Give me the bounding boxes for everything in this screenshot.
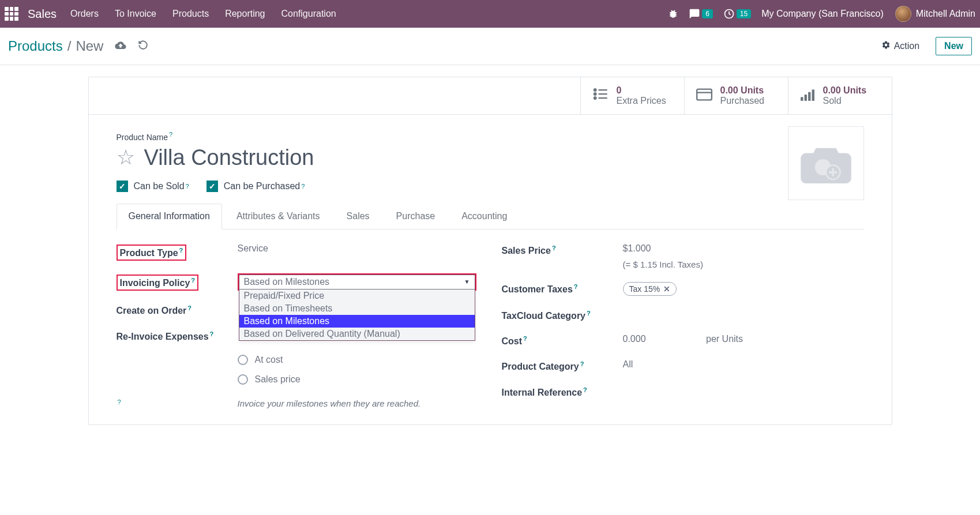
form-card: 0 Extra Prices 0.00 Units Purchased 0.	[88, 77, 892, 425]
help-icon[interactable]: ?	[169, 131, 172, 138]
tax-tag-label: Tax 15%	[629, 284, 660, 294]
taxcloud-category-label: TaxCloud Category	[502, 311, 586, 321]
tab-general-information[interactable]: General Information	[117, 204, 222, 230]
help-icon[interactable]: ?	[587, 310, 591, 317]
sales-price-value[interactable]: $1.000	[623, 243, 864, 254]
radio-at-cost[interactable]: At cost	[238, 355, 479, 365]
right-column: Sales Price? $1.000 (= $ 1.15 Incl. Taxe…	[502, 243, 864, 411]
can-be-sold-label: Can be Sold	[134, 181, 185, 191]
stat-label: Extra Prices	[617, 96, 666, 106]
action-menu[interactable]: Action	[881, 40, 919, 52]
help-icon[interactable]: ?	[191, 277, 195, 284]
stat-value: 0.00 Units	[823, 85, 867, 96]
can-be-sold-checkbox[interactable]: ✓ Can be Sold?	[117, 181, 189, 192]
cost-value[interactable]: 0.000	[623, 334, 646, 344]
breadcrumb-bar: Products / New Action New	[0, 28, 980, 65]
internal-reference-label: Internal Reference	[502, 388, 583, 397]
cost-unit: per Units	[706, 334, 743, 344]
discard-icon[interactable]	[138, 40, 148, 53]
sales-price-incl-taxes: (= $ 1.15 Incl. Taxes)	[623, 260, 864, 269]
stat-buttons: 0 Extra Prices 0.00 Units Purchased 0.	[89, 77, 892, 115]
nav-orders[interactable]: Orders	[70, 9, 99, 19]
tax-remove-icon[interactable]: ✕	[663, 284, 670, 294]
nav-to-invoice[interactable]: To Invoice	[115, 9, 156, 19]
svg-rect-7	[697, 89, 712, 100]
favorite-star-icon[interactable]: ☆	[117, 145, 135, 170]
tab-sales[interactable]: Sales	[335, 204, 382, 229]
stat-purchased[interactable]: 0.00 Units Purchased	[684, 77, 788, 114]
invoicing-policy-select[interactable]: Based on Milestones ▼	[239, 275, 475, 290]
nav-reporting[interactable]: Reporting	[225, 9, 265, 19]
tab-purchase[interactable]: Purchase	[384, 204, 448, 229]
new-button[interactable]: New	[936, 37, 972, 55]
product-category-label: Product Category	[502, 362, 579, 372]
stat-label: Sold	[823, 96, 867, 106]
gear-icon	[881, 40, 891, 52]
save-cloud-icon[interactable]	[115, 40, 126, 53]
help-icon[interactable]: ?	[574, 283, 578, 290]
help-icon[interactable]: ?	[523, 335, 527, 342]
svg-rect-10	[804, 95, 806, 101]
product-category-value[interactable]: All	[623, 359, 864, 370]
activities-icon[interactable]: 15	[723, 8, 751, 20]
debug-icon[interactable]	[668, 9, 678, 19]
tab-attributes-variants[interactable]: Attributes & Variants	[224, 204, 332, 229]
help-icon[interactable]: ?	[186, 183, 189, 190]
messaging-icon[interactable]: 6	[689, 8, 713, 20]
sales-price-label: Sales Price	[502, 246, 551, 255]
apps-menu-icon[interactable]	[5, 7, 18, 21]
help-icon[interactable]: ?	[210, 330, 214, 337]
breadcrumb-separator: /	[67, 38, 72, 54]
nav-products[interactable]: Products	[172, 9, 209, 19]
help-icon[interactable]: ?	[118, 399, 121, 405]
breadcrumb-products[interactable]: Products	[8, 38, 63, 54]
help-icon[interactable]: ?	[301, 183, 305, 190]
svg-point-5	[594, 97, 596, 99]
option-delivered[interactable]: Based on Delivered Quantity (Manual)	[239, 328, 475, 340]
breadcrumb-current: New	[76, 38, 103, 54]
user-name: Mitchell Admin	[916, 9, 975, 19]
company-selector[interactable]: My Company (San Francisco)	[761, 9, 884, 19]
can-be-purchased-checkbox[interactable]: ✓ Can be Purchased?	[206, 181, 305, 192]
radio-sales-price[interactable]: Sales price	[238, 374, 479, 385]
tab-accounting[interactable]: Accounting	[449, 204, 519, 229]
help-icon[interactable]: ?	[580, 360, 584, 367]
invoicing-policy-label-highlight: Invoicing Policy?	[117, 275, 199, 291]
product-name-input[interactable]	[144, 145, 606, 170]
user-avatar-icon	[895, 6, 911, 22]
radio-at-cost-label: At cost	[255, 355, 283, 365]
help-icon[interactable]: ?	[179, 247, 183, 254]
help-icon[interactable]: ?	[583, 386, 587, 393]
radio-sales-price-label: Sales price	[255, 374, 301, 385]
svg-rect-9	[801, 97, 803, 101]
nav-configuration[interactable]: Configuration	[281, 9, 336, 19]
help-icon[interactable]: ?	[187, 305, 192, 311]
option-timesheets[interactable]: Based on Timesheets	[239, 302, 475, 315]
option-milestones[interactable]: Based on Milestones	[239, 315, 475, 328]
messaging-badge: 6	[702, 9, 713, 18]
tax-tag[interactable]: Tax 15% ✕	[623, 282, 677, 296]
product-type-value[interactable]: Service	[238, 243, 479, 254]
stat-value: 0.00 Units	[720, 85, 765, 96]
stat-label: Purchased	[720, 96, 765, 106]
stat-value: 0	[617, 85, 666, 96]
svg-rect-11	[808, 92, 810, 100]
radio-icon	[238, 355, 248, 365]
product-image-upload[interactable]	[788, 126, 864, 200]
svg-point-3	[594, 93, 596, 95]
product-type-label-highlight: Product Type?	[117, 245, 187, 261]
cost-label: Cost	[502, 336, 523, 346]
create-on-order-label: Create on Order	[117, 306, 187, 316]
activities-badge: 15	[737, 9, 751, 18]
user-menu[interactable]: Mitchell Admin	[895, 6, 975, 22]
help-icon[interactable]: ?	[552, 245, 556, 251]
product-type-label: Product Type	[120, 248, 178, 258]
invoicing-policy-selected: Based on Milestones	[244, 277, 330, 287]
option-prepaid[interactable]: Prepaid/Fixed Price	[239, 290, 475, 302]
stat-extra-prices[interactable]: 0 Extra Prices	[580, 77, 684, 114]
customer-taxes-label: Customer Taxes	[502, 284, 573, 294]
app-title[interactable]: Sales	[28, 7, 57, 21]
stat-sold[interactable]: 0.00 Units Sold	[788, 77, 892, 114]
content-area: 0 Extra Prices 0.00 Units Purchased 0.	[0, 65, 980, 425]
product-name-label: Product Name	[117, 133, 168, 142]
